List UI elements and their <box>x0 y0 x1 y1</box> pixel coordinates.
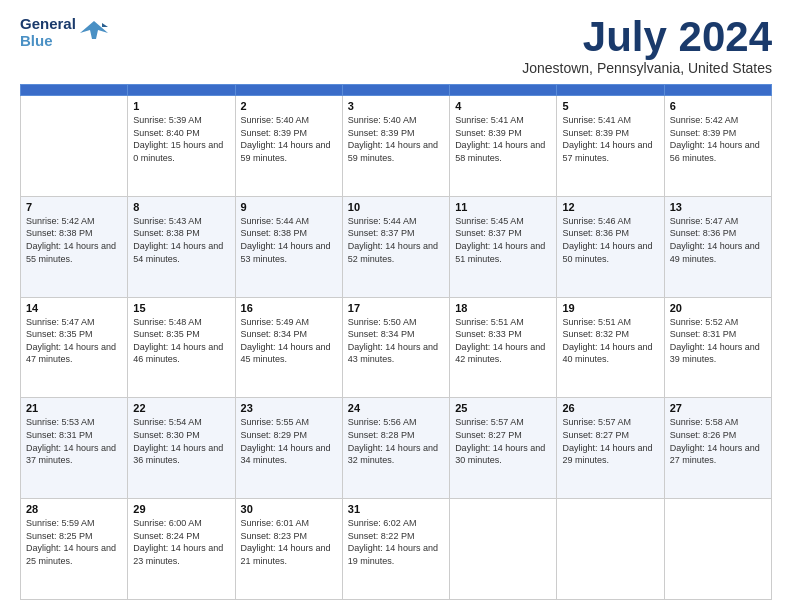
day-info: Sunrise: 5:40 AMSunset: 8:39 PMDaylight:… <box>241 114 337 164</box>
day-info: Sunrise: 5:48 AMSunset: 8:35 PMDaylight:… <box>133 316 229 366</box>
day-info: Sunrise: 5:45 AMSunset: 8:37 PMDaylight:… <box>455 215 551 265</box>
day-number: 15 <box>133 302 229 314</box>
day-info: Sunrise: 5:44 AMSunset: 8:38 PMDaylight:… <box>241 215 337 265</box>
day-number: 6 <box>670 100 766 112</box>
table-row <box>450 499 557 600</box>
day-number: 19 <box>562 302 658 314</box>
day-info: Sunrise: 5:58 AMSunset: 8:26 PMDaylight:… <box>670 416 766 466</box>
month-title: July 2024 <box>522 16 772 58</box>
calendar-week-row: 7 Sunrise: 5:42 AMSunset: 8:38 PMDayligh… <box>21 196 772 297</box>
day-number: 21 <box>26 402 122 414</box>
day-number: 14 <box>26 302 122 314</box>
day-number: 12 <box>562 201 658 213</box>
day-number: 5 <box>562 100 658 112</box>
table-row: 8 Sunrise: 5:43 AMSunset: 8:38 PMDayligh… <box>128 196 235 297</box>
table-row: 29 Sunrise: 6:00 AMSunset: 8:24 PMDaylig… <box>128 499 235 600</box>
table-row: 9 Sunrise: 5:44 AMSunset: 8:38 PMDayligh… <box>235 196 342 297</box>
day-number: 29 <box>133 503 229 515</box>
day-number: 18 <box>455 302 551 314</box>
day-number: 3 <box>348 100 444 112</box>
table-row: 27 Sunrise: 5:58 AMSunset: 8:26 PMDaylig… <box>664 398 771 499</box>
day-info: Sunrise: 5:55 AMSunset: 8:29 PMDaylight:… <box>241 416 337 466</box>
svg-marker-1 <box>102 23 108 27</box>
day-number: 17 <box>348 302 444 314</box>
calendar-week-row: 14 Sunrise: 5:47 AMSunset: 8:35 PMDaylig… <box>21 297 772 398</box>
logo-general: General <box>20 16 76 33</box>
header-tuesday <box>235 85 342 96</box>
day-number: 11 <box>455 201 551 213</box>
day-number: 9 <box>241 201 337 213</box>
day-info: Sunrise: 5:56 AMSunset: 8:28 PMDaylight:… <box>348 416 444 466</box>
day-info: Sunrise: 5:54 AMSunset: 8:30 PMDaylight:… <box>133 416 229 466</box>
header: General Blue July 2024 Jonestown, Pennsy… <box>20 16 772 76</box>
day-info: Sunrise: 5:51 AMSunset: 8:32 PMDaylight:… <box>562 316 658 366</box>
table-row: 15 Sunrise: 5:48 AMSunset: 8:35 PMDaylig… <box>128 297 235 398</box>
table-row <box>557 499 664 600</box>
table-row: 20 Sunrise: 5:52 AMSunset: 8:31 PMDaylig… <box>664 297 771 398</box>
table-row: 11 Sunrise: 5:45 AMSunset: 8:37 PMDaylig… <box>450 196 557 297</box>
day-number: 24 <box>348 402 444 414</box>
day-info: Sunrise: 5:59 AMSunset: 8:25 PMDaylight:… <box>26 517 122 567</box>
day-number: 2 <box>241 100 337 112</box>
day-number: 16 <box>241 302 337 314</box>
calendar-week-row: 1 Sunrise: 5:39 AMSunset: 8:40 PMDayligh… <box>21 96 772 197</box>
table-row: 17 Sunrise: 5:50 AMSunset: 8:34 PMDaylig… <box>342 297 449 398</box>
table-row: 26 Sunrise: 5:57 AMSunset: 8:27 PMDaylig… <box>557 398 664 499</box>
logo-bird-icon <box>80 19 108 47</box>
table-row: 13 Sunrise: 5:47 AMSunset: 8:36 PMDaylig… <box>664 196 771 297</box>
day-info: Sunrise: 5:51 AMSunset: 8:33 PMDaylight:… <box>455 316 551 366</box>
table-row <box>664 499 771 600</box>
day-info: Sunrise: 5:52 AMSunset: 8:31 PMDaylight:… <box>670 316 766 366</box>
table-row: 18 Sunrise: 5:51 AMSunset: 8:33 PMDaylig… <box>450 297 557 398</box>
table-row: 25 Sunrise: 5:57 AMSunset: 8:27 PMDaylig… <box>450 398 557 499</box>
day-number: 25 <box>455 402 551 414</box>
day-number: 31 <box>348 503 444 515</box>
day-number: 26 <box>562 402 658 414</box>
day-info: Sunrise: 5:39 AMSunset: 8:40 PMDaylight:… <box>133 114 229 164</box>
day-info: Sunrise: 6:02 AMSunset: 8:22 PMDaylight:… <box>348 517 444 567</box>
table-row: 16 Sunrise: 5:49 AMSunset: 8:34 PMDaylig… <box>235 297 342 398</box>
table-row: 14 Sunrise: 5:47 AMSunset: 8:35 PMDaylig… <box>21 297 128 398</box>
table-row: 24 Sunrise: 5:56 AMSunset: 8:28 PMDaylig… <box>342 398 449 499</box>
day-number: 20 <box>670 302 766 314</box>
table-row: 30 Sunrise: 6:01 AMSunset: 8:23 PMDaylig… <box>235 499 342 600</box>
table-row: 5 Sunrise: 5:41 AMSunset: 8:39 PMDayligh… <box>557 96 664 197</box>
day-info: Sunrise: 5:46 AMSunset: 8:36 PMDaylight:… <box>562 215 658 265</box>
day-number: 23 <box>241 402 337 414</box>
calendar-header-row <box>21 85 772 96</box>
table-row: 10 Sunrise: 5:44 AMSunset: 8:37 PMDaylig… <box>342 196 449 297</box>
day-number: 30 <box>241 503 337 515</box>
table-row: 4 Sunrise: 5:41 AMSunset: 8:39 PMDayligh… <box>450 96 557 197</box>
svg-marker-0 <box>80 21 108 39</box>
table-row: 7 Sunrise: 5:42 AMSunset: 8:38 PMDayligh… <box>21 196 128 297</box>
day-number: 4 <box>455 100 551 112</box>
logo-blue: Blue <box>20 33 76 50</box>
header-sunday <box>21 85 128 96</box>
calendar-week-row: 21 Sunrise: 5:53 AMSunset: 8:31 PMDaylig… <box>21 398 772 499</box>
header-friday <box>557 85 664 96</box>
day-info: Sunrise: 6:01 AMSunset: 8:23 PMDaylight:… <box>241 517 337 567</box>
day-info: Sunrise: 5:47 AMSunset: 8:35 PMDaylight:… <box>26 316 122 366</box>
day-info: Sunrise: 5:40 AMSunset: 8:39 PMDaylight:… <box>348 114 444 164</box>
day-info: Sunrise: 5:42 AMSunset: 8:38 PMDaylight:… <box>26 215 122 265</box>
day-info: Sunrise: 5:41 AMSunset: 8:39 PMDaylight:… <box>455 114 551 164</box>
table-row <box>21 96 128 197</box>
header-wednesday <box>342 85 449 96</box>
day-info: Sunrise: 5:57 AMSunset: 8:27 PMDaylight:… <box>562 416 658 466</box>
table-row: 31 Sunrise: 6:02 AMSunset: 8:22 PMDaylig… <box>342 499 449 600</box>
day-info: Sunrise: 5:57 AMSunset: 8:27 PMDaylight:… <box>455 416 551 466</box>
day-number: 13 <box>670 201 766 213</box>
table-row: 28 Sunrise: 5:59 AMSunset: 8:25 PMDaylig… <box>21 499 128 600</box>
day-number: 7 <box>26 201 122 213</box>
day-number: 27 <box>670 402 766 414</box>
logo: General Blue <box>20 16 108 49</box>
calendar-table: 1 Sunrise: 5:39 AMSunset: 8:40 PMDayligh… <box>20 84 772 600</box>
day-info: Sunrise: 5:49 AMSunset: 8:34 PMDaylight:… <box>241 316 337 366</box>
day-info: Sunrise: 5:41 AMSunset: 8:39 PMDaylight:… <box>562 114 658 164</box>
day-info: Sunrise: 5:50 AMSunset: 8:34 PMDaylight:… <box>348 316 444 366</box>
day-info: Sunrise: 5:44 AMSunset: 8:37 PMDaylight:… <box>348 215 444 265</box>
day-info: Sunrise: 5:53 AMSunset: 8:31 PMDaylight:… <box>26 416 122 466</box>
table-row: 2 Sunrise: 5:40 AMSunset: 8:39 PMDayligh… <box>235 96 342 197</box>
table-row: 3 Sunrise: 5:40 AMSunset: 8:39 PMDayligh… <box>342 96 449 197</box>
title-section: July 2024 Jonestown, Pennsylvania, Unite… <box>522 16 772 76</box>
